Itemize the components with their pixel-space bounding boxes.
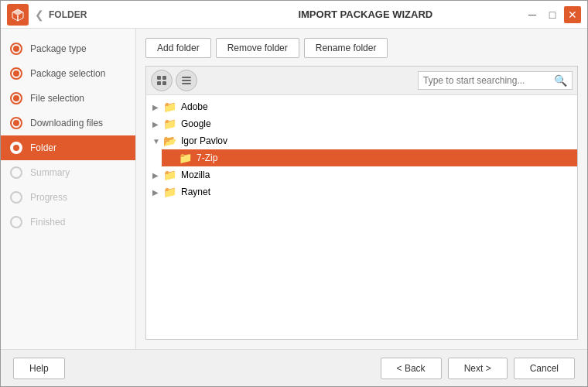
folder-icon-igor-pavlov: 📂 xyxy=(163,135,176,147)
breadcrumb: FOLDER xyxy=(49,9,207,20)
tree-label-7zip: 7-Zip xyxy=(197,152,217,163)
footer-left: Help xyxy=(13,358,381,379)
sidebar-label-summary: Summary xyxy=(30,167,70,178)
file-browser: 🔍 ▶ 📁 Adobe ▶ 📁 Google xyxy=(145,66,578,340)
step-indicator-package-selection xyxy=(10,67,22,80)
sidebar-item-folder[interactable]: Folder xyxy=(1,135,135,160)
sidebar-item-package-type[interactable]: Package type xyxy=(1,36,135,61)
search-input[interactable] xyxy=(423,75,554,86)
sidebar-item-finished: Finished xyxy=(1,210,135,235)
sidebar-item-progress: Progress xyxy=(1,185,135,210)
tree-label-mozilla: Mozilla xyxy=(181,170,210,180)
folder-icon-mozilla: 📁 xyxy=(163,169,176,181)
footer: Help < Back Next > Cancel xyxy=(1,349,587,386)
sidebar-item-package-selection[interactable]: Package selection xyxy=(1,61,135,86)
expand-arrow-raynet: ▶ xyxy=(152,188,163,197)
step-indicator-summary xyxy=(10,166,22,179)
tree-children-igor-pavlov: 📁 7-Zip xyxy=(146,149,577,166)
view-mode-icon[interactable] xyxy=(151,70,173,91)
tree-item-adobe[interactable]: ▶ 📁 Adobe xyxy=(146,98,577,115)
cancel-button[interactable]: Cancel xyxy=(514,358,575,379)
folder-toolbar: Add folder Remove folder Rename folder xyxy=(145,38,578,58)
step-indicator-file-selection xyxy=(10,92,22,104)
step-indicator-package-type xyxy=(10,43,22,55)
file-browser-toolbar: 🔍 xyxy=(146,67,577,95)
expand-arrow-adobe: ▶ xyxy=(152,103,163,111)
tree-label-raynet: Raynet xyxy=(181,187,210,197)
expand-arrow-mozilla: ▶ xyxy=(152,171,163,180)
sidebar-item-file-selection[interactable]: File selection xyxy=(1,86,135,111)
sidebar-label-package-type: Package type xyxy=(30,43,87,54)
expand-arrow-igor-pavlov: ▼ xyxy=(152,137,163,146)
title-bar: ❮ FOLDER IMPORT PACKAGE WIZARD ─ □ ✕ xyxy=(1,1,587,29)
folder-icon-raynet: 📁 xyxy=(163,186,176,198)
main-window: ❮ FOLDER IMPORT PACKAGE WIZARD ─ □ ✕ Pac… xyxy=(0,0,588,387)
main-content: Package type Package selection File sele… xyxy=(1,29,587,349)
grid-icon xyxy=(156,75,167,86)
minimize-button[interactable]: ─ xyxy=(524,6,541,23)
sidebar-label-file-selection: File selection xyxy=(30,93,84,104)
remove-folder-button[interactable]: Remove folder xyxy=(216,38,299,58)
step-indicator-progress xyxy=(10,191,22,204)
step-indicator-folder xyxy=(10,142,22,154)
add-folder-button[interactable]: Add folder xyxy=(145,38,211,58)
folder-icon-adobe: 📁 xyxy=(163,101,176,113)
svg-rect-8 xyxy=(182,80,191,81)
back-button[interactable]: < Back xyxy=(381,358,442,379)
tree-label-adobe: Adobe xyxy=(181,101,208,112)
svg-rect-3 xyxy=(157,76,161,80)
sidebar-item-summary: Summary xyxy=(1,160,135,185)
sidebar-label-finished: Finished xyxy=(30,217,65,228)
rename-folder-button[interactable]: Rename folder xyxy=(304,38,388,58)
window-title: IMPORT PACKAGE WIZARD xyxy=(207,9,524,20)
sidebar-item-downloading-files[interactable]: Downloading files xyxy=(1,111,135,135)
list-view-icon[interactable] xyxy=(176,70,197,91)
tree-item-igor-pavlov[interactable]: ▼ 📂 Igor Pavlov xyxy=(146,132,577,149)
list-icon xyxy=(181,75,192,86)
folder-icon-7zip: 📁 xyxy=(179,152,192,164)
sidebar: Package type Package selection File sele… xyxy=(1,29,136,349)
tree-item-7zip[interactable]: 📁 7-Zip xyxy=(162,149,577,166)
svg-rect-9 xyxy=(182,83,191,84)
tree-view: ▶ 📁 Adobe ▶ 📁 Google ▼ 📂 Igor Pav xyxy=(146,95,577,339)
svg-rect-6 xyxy=(162,81,166,85)
tree-item-google[interactable]: ▶ 📁 Google xyxy=(146,115,577,132)
search-box: 🔍 xyxy=(418,71,573,90)
step-indicator-downloading-files xyxy=(10,117,22,129)
svg-rect-4 xyxy=(162,76,166,80)
search-icon[interactable]: 🔍 xyxy=(554,74,567,87)
tree-label-google: Google xyxy=(181,118,211,129)
tree-label-igor-pavlov: Igor Pavlov xyxy=(181,135,227,146)
sidebar-label-folder: Folder xyxy=(30,142,56,153)
window-controls: ─ □ ✕ xyxy=(524,6,581,23)
help-button[interactable]: Help xyxy=(13,358,65,379)
sidebar-label-progress: Progress xyxy=(30,192,67,203)
svg-rect-5 xyxy=(157,81,161,85)
folder-icon-google: 📁 xyxy=(163,118,176,130)
step-indicator-finished xyxy=(10,216,22,228)
app-icon xyxy=(7,4,29,26)
back-nav-icon: ❮ xyxy=(35,9,44,21)
sidebar-label-downloading-files: Downloading files xyxy=(30,118,103,128)
sidebar-label-package-selection: Package selection xyxy=(30,68,105,79)
package-icon xyxy=(11,8,25,22)
tree-item-mozilla[interactable]: ▶ 📁 Mozilla xyxy=(146,166,577,183)
svg-rect-7 xyxy=(182,77,191,78)
maximize-button[interactable]: □ xyxy=(544,6,561,23)
content-area: Add folder Remove folder Rename folder xyxy=(136,29,587,349)
footer-right: < Back Next > Cancel xyxy=(381,358,575,379)
next-button[interactable]: Next > xyxy=(448,358,508,379)
expand-arrow-google: ▶ xyxy=(152,120,163,128)
svg-marker-1 xyxy=(12,9,23,15)
close-button[interactable]: ✕ xyxy=(564,6,581,23)
tree-item-raynet[interactable]: ▶ 📁 Raynet xyxy=(146,183,577,200)
